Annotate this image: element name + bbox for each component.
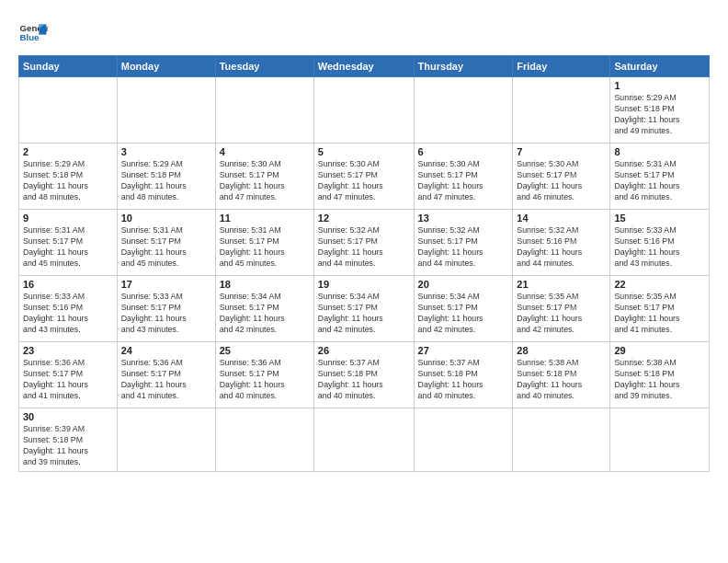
day-info: Sunrise: 5:29 AM Sunset: 5:18 PM Dayligh… [614, 93, 705, 137]
calendar-cell: 7Sunrise: 5:30 AM Sunset: 5:17 PM Daylig… [513, 144, 610, 210]
calendar-cell [610, 408, 710, 472]
day-info: Sunrise: 5:32 AM Sunset: 5:17 PM Dayligh… [318, 225, 410, 270]
calendar-cell: 28Sunrise: 5:38 AM Sunset: 5:18 PM Dayli… [513, 342, 610, 408]
day-info: Sunrise: 5:33 AM Sunset: 5:16 PM Dayligh… [23, 292, 113, 336]
day-number: 27 [418, 345, 509, 356]
day-info: Sunrise: 5:35 AM Sunset: 5:17 PM Dayligh… [614, 292, 705, 336]
day-info: Sunrise: 5:32 AM Sunset: 5:17 PM Dayligh… [418, 225, 509, 270]
day-number: 16 [23, 279, 113, 290]
weekday-header: Monday [117, 56, 215, 77]
day-info: Sunrise: 5:37 AM Sunset: 5:18 PM Dayligh… [418, 358, 509, 402]
calendar-cell [513, 77, 610, 144]
day-info: Sunrise: 5:34 AM Sunset: 5:17 PM Dayligh… [418, 292, 509, 336]
calendar-cell [414, 77, 513, 144]
day-number: 3 [121, 146, 211, 157]
calendar-week-row: 30Sunrise: 5:39 AM Sunset: 5:18 PM Dayli… [19, 408, 710, 472]
calendar-cell: 30Sunrise: 5:39 AM Sunset: 5:18 PM Dayli… [19, 408, 118, 472]
day-info: Sunrise: 5:34 AM Sunset: 5:17 PM Dayligh… [220, 292, 310, 336]
day-number: 14 [517, 213, 606, 224]
day-number: 24 [121, 345, 211, 356]
day-number: 2 [23, 146, 113, 157]
calendar-cell [313, 77, 414, 144]
day-number: 9 [23, 213, 113, 224]
calendar-cell: 10Sunrise: 5:31 AM Sunset: 5:17 PM Dayli… [117, 210, 215, 276]
calendar-cell [19, 77, 118, 144]
calendar-cell: 19Sunrise: 5:34 AM Sunset: 5:17 PM Dayli… [313, 276, 414, 342]
calendar-cell: 14Sunrise: 5:32 AM Sunset: 5:16 PM Dayli… [513, 210, 610, 276]
day-info: Sunrise: 5:38 AM Sunset: 5:18 PM Dayligh… [614, 358, 705, 402]
day-number: 18 [220, 279, 310, 290]
page: General Blue SundayMondayTuesdayWednesda… [0, 0, 728, 563]
logo: General Blue [18, 18, 48, 48]
day-number: 30 [23, 411, 113, 422]
calendar-week-row: 2Sunrise: 5:29 AM Sunset: 5:18 PM Daylig… [19, 144, 710, 210]
calendar-table: SundayMondayTuesdayWednesdayThursdayFrid… [18, 55, 710, 472]
day-info: Sunrise: 5:30 AM Sunset: 5:17 PM Dayligh… [418, 159, 509, 203]
calendar-cell: 25Sunrise: 5:36 AM Sunset: 5:17 PM Dayli… [215, 342, 313, 408]
day-info: Sunrise: 5:31 AM Sunset: 5:17 PM Dayligh… [220, 225, 310, 270]
calendar-cell: 29Sunrise: 5:38 AM Sunset: 5:18 PM Dayli… [610, 342, 710, 408]
calendar-cell: 24Sunrise: 5:36 AM Sunset: 5:17 PM Dayli… [117, 342, 215, 408]
day-number: 7 [517, 146, 606, 157]
day-info: Sunrise: 5:29 AM Sunset: 5:18 PM Dayligh… [121, 159, 211, 203]
day-number: 20 [418, 279, 509, 290]
calendar-cell: 18Sunrise: 5:34 AM Sunset: 5:17 PM Dayli… [215, 276, 313, 342]
calendar-cell: 22Sunrise: 5:35 AM Sunset: 5:17 PM Dayli… [610, 276, 710, 342]
calendar-cell [513, 408, 610, 472]
day-info: Sunrise: 5:37 AM Sunset: 5:18 PM Dayligh… [318, 358, 410, 402]
day-number: 10 [121, 213, 211, 224]
calendar-cell [215, 408, 313, 472]
calendar-cell: 11Sunrise: 5:31 AM Sunset: 5:17 PM Dayli… [215, 210, 313, 276]
day-number: 26 [318, 345, 410, 356]
day-info: Sunrise: 5:35 AM Sunset: 5:17 PM Dayligh… [517, 292, 606, 336]
day-number: 8 [614, 146, 705, 157]
calendar-cell [215, 77, 313, 144]
day-number: 22 [614, 279, 705, 290]
day-number: 13 [418, 213, 509, 224]
day-info: Sunrise: 5:31 AM Sunset: 5:17 PM Dayligh… [121, 225, 211, 270]
day-info: Sunrise: 5:30 AM Sunset: 5:17 PM Dayligh… [220, 159, 310, 203]
calendar-header-row: SundayMondayTuesdayWednesdayThursdayFrid… [19, 56, 710, 77]
day-number: 25 [220, 345, 310, 356]
calendar-cell [414, 408, 513, 472]
calendar-cell: 15Sunrise: 5:33 AM Sunset: 5:16 PM Dayli… [610, 210, 710, 276]
day-info: Sunrise: 5:31 AM Sunset: 5:17 PM Dayligh… [23, 225, 113, 270]
weekday-header: Tuesday [215, 56, 313, 77]
weekday-header: Thursday [414, 56, 513, 77]
day-number: 29 [614, 345, 705, 356]
calendar-cell: 9Sunrise: 5:31 AM Sunset: 5:17 PM Daylig… [19, 210, 118, 276]
calendar-cell: 26Sunrise: 5:37 AM Sunset: 5:18 PM Dayli… [313, 342, 414, 408]
day-info: Sunrise: 5:36 AM Sunset: 5:17 PM Dayligh… [23, 358, 113, 402]
calendar-week-row: 23Sunrise: 5:36 AM Sunset: 5:17 PM Dayli… [19, 342, 710, 408]
svg-text:Blue: Blue [20, 32, 40, 42]
calendar-cell: 17Sunrise: 5:33 AM Sunset: 5:17 PM Dayli… [117, 276, 215, 342]
calendar-cell [117, 408, 215, 472]
calendar-cell: 2Sunrise: 5:29 AM Sunset: 5:18 PM Daylig… [19, 144, 118, 210]
day-number: 15 [614, 213, 705, 224]
calendar-week-row: 16Sunrise: 5:33 AM Sunset: 5:16 PM Dayli… [19, 276, 710, 342]
day-number: 21 [517, 279, 606, 290]
logo-icon: General Blue [18, 18, 48, 48]
calendar-cell: 27Sunrise: 5:37 AM Sunset: 5:18 PM Dayli… [414, 342, 513, 408]
day-info: Sunrise: 5:38 AM Sunset: 5:18 PM Dayligh… [517, 358, 606, 402]
day-info: Sunrise: 5:30 AM Sunset: 5:17 PM Dayligh… [517, 159, 606, 203]
weekday-header: Wednesday [313, 56, 414, 77]
day-number: 12 [318, 213, 410, 224]
day-info: Sunrise: 5:36 AM Sunset: 5:17 PM Dayligh… [121, 358, 211, 402]
weekday-header: Saturday [610, 56, 710, 77]
day-info: Sunrise: 5:39 AM Sunset: 5:18 PM Dayligh… [23, 424, 113, 468]
day-info: Sunrise: 5:29 AM Sunset: 5:18 PM Dayligh… [23, 159, 113, 203]
day-info: Sunrise: 5:33 AM Sunset: 5:17 PM Dayligh… [121, 292, 211, 336]
calendar-cell [117, 77, 215, 144]
day-info: Sunrise: 5:34 AM Sunset: 5:17 PM Dayligh… [318, 292, 410, 336]
day-info: Sunrise: 5:36 AM Sunset: 5:17 PM Dayligh… [220, 358, 310, 402]
weekday-header: Friday [513, 56, 610, 77]
day-number: 6 [418, 146, 509, 157]
calendar-cell: 16Sunrise: 5:33 AM Sunset: 5:16 PM Dayli… [19, 276, 118, 342]
calendar-cell: 4Sunrise: 5:30 AM Sunset: 5:17 PM Daylig… [215, 144, 313, 210]
day-number: 4 [220, 146, 310, 157]
calendar-cell: 1Sunrise: 5:29 AM Sunset: 5:18 PM Daylig… [610, 77, 710, 144]
calendar-cell: 3Sunrise: 5:29 AM Sunset: 5:18 PM Daylig… [117, 144, 215, 210]
day-info: Sunrise: 5:33 AM Sunset: 5:16 PM Dayligh… [614, 225, 705, 270]
calendar-cell: 23Sunrise: 5:36 AM Sunset: 5:17 PM Dayli… [19, 342, 118, 408]
